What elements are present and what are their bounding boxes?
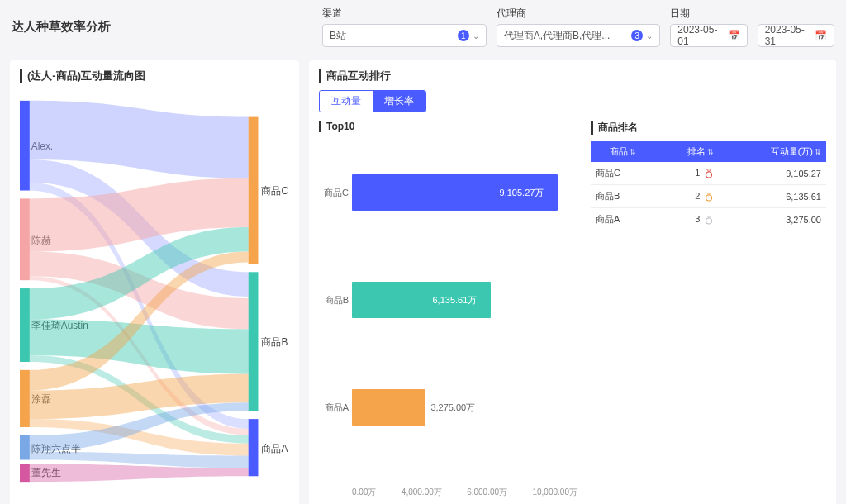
svg-rect-0: [249, 117, 259, 264]
table-row: 商品A 3 3,275.00: [591, 208, 826, 231]
cell-rank: 2: [655, 185, 720, 208]
cell-name: 商品A: [591, 208, 655, 231]
cell-value: 9,105.27: [719, 162, 826, 185]
svg-text:商品A: 商品A: [261, 443, 288, 454]
bar-row: 商品B 6,135.61万: [352, 246, 577, 354]
bar-category: 商品A: [319, 402, 349, 414]
channel-count-badge: 1: [458, 30, 469, 41]
ranking-panel: 商品互动排行 互动量 增长率 Top10 商品C 9,105.27万商品B 6,…: [309, 60, 836, 504]
ranking-title: 商品互动排行: [319, 69, 826, 83]
agent-count-badge: 3: [631, 30, 643, 41]
sankey-title: (达人-商品)互动量流向图: [20, 69, 289, 83]
bar: [352, 389, 425, 426]
page-title: 达人种草效率分析: [12, 19, 111, 35]
cell-name: 商品C: [591, 162, 655, 185]
agent-filter-label: 代理商: [497, 7, 661, 21]
svg-point-20: [706, 218, 712, 224]
channel-value: B站: [330, 29, 346, 43]
bar-row: 商品C 9,105.27万: [352, 139, 577, 246]
svg-rect-12: [20, 370, 30, 427]
svg-point-19: [706, 195, 712, 201]
sort-icon: ⇅: [815, 148, 821, 156]
x-axis: 0.00万 4,000.00万 6,000.00万 10,000.00万: [319, 487, 577, 498]
svg-rect-2: [249, 272, 259, 411]
bar-label: 9,105.27万: [500, 187, 544, 199]
bar-category: 商品B: [319, 294, 349, 307]
svg-rect-16: [20, 464, 30, 482]
sankey-chart: 商品C 商品B 商品A Alex. 陈赫 李佳琦Austin 涂磊 陈翔六点半 …: [20, 90, 289, 495]
bar-label: 6,135.61万: [433, 294, 478, 307]
tab-interaction[interactable]: 互动量: [320, 91, 373, 112]
channel-filter-label: 渠道: [322, 7, 487, 21]
cell-name: 商品B: [591, 185, 655, 208]
sankey-panel: (达人-商品)互动量流向图 商品C 商品B 商品A Alex. 陈赫 李佳琦Au…: [10, 60, 299, 504]
chevron-down-icon: ⌄: [473, 31, 479, 40]
svg-text:商品B: 商品B: [261, 336, 288, 348]
table-row: 商品C 1 9,105.27: [591, 162, 826, 185]
svg-rect-4: [249, 419, 259, 476]
date-end-value: 2023-05-31: [765, 24, 815, 47]
tab-growth[interactable]: 增长率: [373, 91, 425, 112]
chart-title: Top10: [319, 121, 577, 132]
svg-rect-6: [20, 101, 30, 191]
cell-rank: 1: [655, 162, 720, 185]
medal-icon: [704, 215, 714, 225]
sort-icon: ⇅: [707, 148, 714, 156]
calendar-icon: 📅: [728, 30, 740, 41]
date-start-input[interactable]: 2023-05-01 📅: [670, 24, 747, 47]
bar-chart: 商品C 9,105.27万商品B 6,135.61万商品A 3,275.00万: [319, 139, 577, 485]
ranking-tabs: 互动量 增长率: [319, 90, 426, 112]
chevron-down-icon: ⌄: [646, 31, 653, 40]
col-rank[interactable]: 排名⇅: [655, 141, 720, 162]
svg-rect-8: [20, 198, 30, 280]
bar-category: 商品C: [319, 187, 349, 199]
cell-rank: 3: [655, 208, 720, 231]
col-value[interactable]: 互动量(万)⇅: [719, 141, 826, 162]
date-end-input[interactable]: 2023-05-31 📅: [758, 24, 834, 47]
bar-label: 3,275.00万: [430, 402, 475, 414]
col-name[interactable]: 商品⇅: [591, 141, 655, 162]
ranking-table: 商品⇅ 排名⇅ 互动量(万)⇅ 商品C 1 9,105.27商品B 2 6,13…: [591, 141, 826, 231]
date-sep: -: [751, 30, 754, 41]
svg-text:商品C: 商品C: [261, 185, 288, 197]
cell-value: 3,275.00: [719, 208, 826, 231]
agent-value: 代理商A,代理商B,代理...: [504, 29, 611, 43]
date-start-value: 2023-05-01: [677, 24, 727, 47]
svg-point-18: [706, 172, 712, 178]
medal-icon: [704, 192, 714, 202]
medal-icon: [704, 169, 714, 178]
channel-select[interactable]: B站 1 ⌄: [322, 24, 487, 47]
svg-rect-10: [20, 288, 30, 362]
sort-icon: ⇅: [630, 148, 636, 156]
agent-select[interactable]: 代理商A,代理商B,代理... 3 ⌄: [497, 24, 661, 47]
svg-rect-14: [20, 435, 30, 460]
table-row: 商品B 2 6,135.61: [591, 185, 826, 208]
table-title: 商品排名: [591, 121, 826, 135]
bar-row: 商品A 3,275.00万: [352, 354, 577, 461]
calendar-icon: 📅: [815, 30, 827, 41]
date-filter-label: 日期: [670, 7, 834, 21]
cell-value: 6,135.61: [719, 185, 826, 208]
